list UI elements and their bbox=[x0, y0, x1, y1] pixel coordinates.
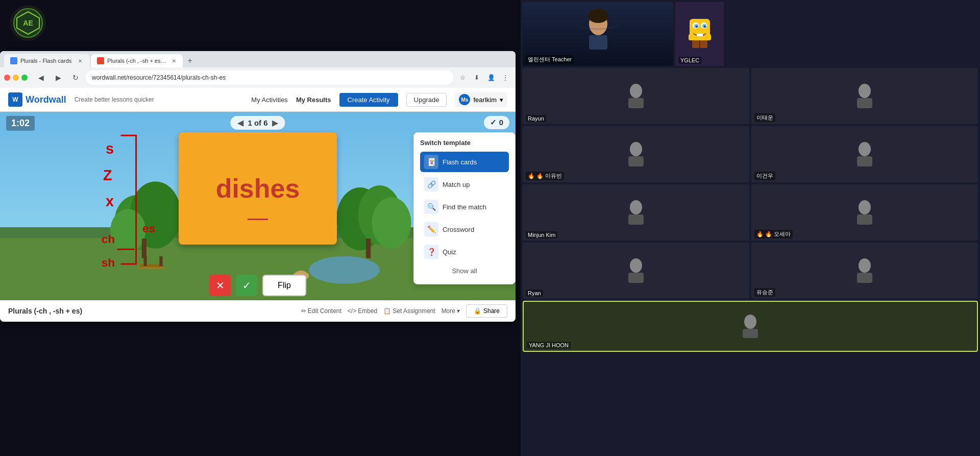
video-label-igeonu: 이건우 bbox=[754, 172, 775, 180]
video-cell-minjun: Minjun Kim bbox=[523, 184, 749, 241]
embed-link[interactable]: </> Embed bbox=[348, 307, 377, 315]
show-all-link[interactable]: Show all bbox=[420, 264, 509, 278]
browser-controls: ◀ ▶ ↻ ☆ ⬇ 👤 ⋮ bbox=[0, 67, 516, 88]
activity-title-bar: Plurals (-ch , -sh + es) ✏ Edit Content … bbox=[0, 300, 516, 322]
tab-close-2[interactable]: ✕ bbox=[172, 57, 177, 64]
template-quiz-label: Quiz bbox=[443, 248, 456, 256]
svg-rect-15 bbox=[159, 256, 162, 266]
browser-back-button[interactable]: ◀ bbox=[34, 70, 48, 85]
template-match-up[interactable]: 🔗 Match up bbox=[420, 174, 509, 195]
tab-close-1[interactable]: ✕ bbox=[77, 57, 84, 64]
academy-logo: AE bbox=[10, 5, 46, 41]
video-cell-ryan: Ryan bbox=[523, 243, 749, 299]
find-match-icon: 🔍 bbox=[424, 200, 438, 214]
browser-tab-2[interactable]: Plurals (-ch , -sh + es) - Flash ... ✕ bbox=[91, 54, 183, 67]
teacher-video-label: 엘린센터 Teacher bbox=[526, 55, 574, 64]
wordwall-tagline: Create better lessons quicker bbox=[75, 96, 154, 103]
more-arrow-icon: ▾ bbox=[457, 307, 460, 315]
upgrade-button[interactable]: Upgrade bbox=[406, 93, 447, 107]
video-label-iyubin: 🔥 🔥 이유빈 bbox=[526, 172, 564, 180]
video-label-yangjihoon: YANG JI HOON bbox=[527, 342, 571, 349]
quiz-icon: ❓ bbox=[424, 245, 438, 259]
browser-tab-1[interactable]: Plurals - Flash cards ✕ bbox=[4, 54, 90, 67]
create-activity-button[interactable]: Create Activity bbox=[339, 93, 398, 107]
user-avatar: Ms bbox=[459, 94, 470, 105]
video-cell-iyubin: 🔥 🔥 이유빈 bbox=[523, 126, 749, 182]
next-card-button[interactable]: ▶ bbox=[272, 118, 278, 128]
template-match-up-label: Match up bbox=[443, 181, 470, 188]
tab-label-2: Plurals (-ch , -sh + es) - Flash ... bbox=[107, 58, 166, 64]
game-progress: ◀ 1 of 6 ▶ bbox=[230, 116, 285, 130]
lock-icon: 🔒 bbox=[474, 307, 481, 315]
fire-icon-osea: 🔥 bbox=[756, 231, 764, 237]
video-label-rayun: Rayun bbox=[526, 115, 546, 122]
template-quiz[interactable]: ❓ Quiz bbox=[420, 242, 509, 262]
svg-point-11 bbox=[309, 256, 380, 284]
svg-rect-60 bbox=[743, 329, 758, 338]
yglec-name: YGLEC bbox=[680, 57, 699, 63]
user-badge[interactable]: Ms fearlkim ▾ bbox=[455, 92, 507, 107]
svg-point-38 bbox=[704, 26, 706, 28]
download-button[interactable]: ⬇ bbox=[471, 71, 483, 84]
video-cell-yangjihoon: YANG JI HOON bbox=[523, 301, 978, 352]
correct-button[interactable]: ✓ bbox=[236, 275, 257, 296]
game-score: ✓ 0 bbox=[484, 116, 509, 129]
yglec-video-cell: YGLEC bbox=[675, 2, 724, 66]
flash-card-underline bbox=[248, 219, 268, 220]
svg-point-9 bbox=[372, 198, 411, 249]
template-flash-cards[interactable]: 🃏 Flash cards bbox=[420, 152, 509, 172]
user-dropdown-icon: ▾ bbox=[500, 96, 503, 104]
activity-actions: ✏ Edit Content </> Embed 📋 Set Assignmen… bbox=[301, 304, 507, 318]
window-close-button[interactable] bbox=[4, 75, 10, 81]
share-button[interactable]: 🔒 Share bbox=[466, 304, 507, 318]
svg-rect-6 bbox=[142, 239, 146, 259]
browser-window: Plurals - Flash cards ✕ Plurals (-ch , -… bbox=[0, 51, 516, 322]
flip-button[interactable]: Flip bbox=[262, 275, 306, 296]
profile-button[interactable]: 👤 bbox=[485, 71, 497, 84]
menu-button[interactable]: ⋮ bbox=[499, 71, 511, 84]
svg-point-55 bbox=[630, 258, 642, 273]
activity-title: Plurals (-ch , -sh + es) bbox=[8, 307, 82, 315]
game-timer: 1:02 bbox=[6, 116, 35, 131]
crossword-icon: ✏️ bbox=[424, 222, 438, 236]
video-cell-igeonu: 이건우 bbox=[751, 126, 978, 182]
more-link[interactable]: More ▾ bbox=[442, 307, 460, 315]
new-tab-button[interactable]: + bbox=[184, 55, 196, 67]
svg-point-45 bbox=[859, 84, 871, 98]
set-assignment-link[interactable]: 📋 Set Assignment bbox=[383, 307, 435, 315]
wordwall-logo-icon: W bbox=[8, 92, 22, 107]
nav-results[interactable]: My Results bbox=[296, 96, 331, 104]
wrong-button[interactable]: ✕ bbox=[209, 275, 231, 296]
window-maximize-button[interactable] bbox=[21, 75, 28, 81]
svg-point-57 bbox=[859, 258, 871, 273]
svg-point-37 bbox=[696, 26, 698, 28]
prev-card-button[interactable]: ◀ bbox=[237, 118, 243, 128]
window-minimize-button[interactable] bbox=[13, 75, 19, 81]
template-crossword-label: Crossword bbox=[443, 226, 474, 233]
svg-point-59 bbox=[744, 315, 756, 329]
edit-content-link[interactable]: ✏ Edit Content bbox=[301, 307, 341, 315]
video-label-itaeun: 이태운 bbox=[754, 113, 775, 122]
wordwall-logo: W Wordwall bbox=[8, 92, 66, 107]
yglec-video-label: YGLEC bbox=[678, 57, 701, 64]
svg-point-28 bbox=[588, 9, 608, 23]
svg-text:AE: AE bbox=[23, 19, 33, 27]
wordwall-logo-text: Wordwall bbox=[26, 94, 66, 105]
browser-refresh-button[interactable]: ↻ bbox=[68, 70, 83, 85]
tab-icon-2 bbox=[97, 57, 104, 64]
video-cell-itaeun: 이태운 bbox=[751, 68, 978, 124]
address-bar[interactable] bbox=[86, 70, 453, 85]
edit-icon: ✏ bbox=[301, 307, 306, 315]
flash-card[interactable]: dishes bbox=[179, 132, 337, 245]
svg-point-47 bbox=[630, 142, 642, 156]
tab-label-1: Plurals - Flash cards bbox=[20, 58, 71, 64]
browser-forward-button[interactable]: ▶ bbox=[51, 70, 65, 85]
template-find-match[interactable]: 🔍 Find the match bbox=[420, 197, 509, 217]
svg-point-49 bbox=[859, 142, 871, 156]
video-label-minjun: Minjun Kim bbox=[526, 231, 557, 238]
template-flash-cards-label: Flash cards bbox=[443, 158, 477, 166]
video-label-osea: 🔥 🔥 오세아 bbox=[754, 230, 793, 238]
template-crossword[interactable]: ✏️ Crossword bbox=[420, 219, 509, 239]
nav-activities[interactable]: My Activities bbox=[251, 96, 288, 104]
bookmark-button[interactable]: ☆ bbox=[456, 71, 469, 84]
